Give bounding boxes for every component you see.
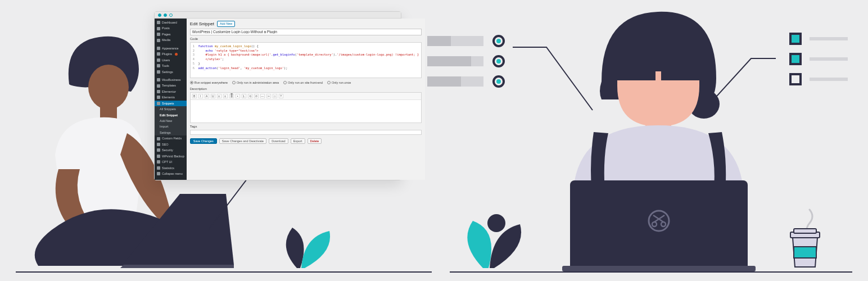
toolbar-button[interactable]: ⟲: [248, 94, 252, 98]
action-buttons: Save Changes Save Changes and Deactivate…: [190, 138, 422, 144]
checkbox-group: [789, 33, 848, 85]
sidebar-item[interactable]: Add New: [155, 118, 187, 124]
svg-rect-16: [794, 247, 816, 258]
progress-bar: [427, 76, 483, 87]
sidebar-item[interactable]: Tools: [155, 63, 187, 69]
sidebar-item-label: Templates: [162, 83, 176, 88]
wysiwyg-area[interactable]: [191, 100, 422, 123]
placeholder-line: [810, 37, 848, 40]
code-editor[interactable]: 1 function my_custom_login_logo() { 2 ec…: [190, 42, 422, 78]
toolbar-button[interactable]: □: [273, 94, 277, 98]
svg-rect-4: [661, 69, 699, 80]
placeholder-line: [810, 78, 848, 81]
sidebar-item[interactable]: CPT UI: [155, 159, 187, 165]
sidebar-item[interactable]: Users: [155, 57, 187, 63]
wp-admin-sidebar: DashboardPostsPagesMediaAppearancePlugin…: [155, 19, 187, 180]
toolbar-button[interactable]: B: [192, 94, 197, 98]
illustration-person-right: [540, 8, 776, 273]
menu-icon: [157, 155, 160, 158]
sidebar-item[interactable]: All Snippets: [155, 106, 187, 112]
sidebar-item-label: Media: [162, 37, 170, 43]
save-button[interactable]: Save Changes: [190, 138, 217, 144]
toolbar-button[interactable]: ⟳: [254, 94, 259, 98]
sidebar-item-label: CPT UI: [162, 159, 172, 165]
tags-input[interactable]: [190, 130, 422, 135]
placeholder-line: [810, 57, 848, 61]
page-title: Edit Snippet: [190, 21, 214, 26]
toolbar-button[interactable]: I: [198, 94, 203, 98]
sidebar-item-label: Settings: [160, 130, 171, 135]
sidebar-item[interactable]: Import: [155, 124, 187, 129]
sidebar-item[interactable]: Appearance: [155, 46, 187, 51]
add-new-button[interactable]: Add New: [217, 21, 235, 27]
toolbar-button[interactable]: —: [260, 94, 265, 98]
progress-bars-group: [427, 35, 505, 88]
menu-icon: [157, 160, 160, 164]
menu-icon: [157, 84, 160, 88]
scope-option[interactable]: Only run on site front-end: [283, 81, 323, 84]
description-editor[interactable]: BIAU≡≡≣•1.⟲⟳—✂□?: [190, 92, 422, 123]
scope-option[interactable]: Only run in administration area: [232, 81, 279, 84]
sidebar-item-label: Add New: [160, 118, 172, 124]
radio-big-icon: [492, 35, 505, 47]
toolbar-button[interactable]: ≣: [229, 94, 234, 98]
sidebar-item[interactable]: Media: [155, 37, 187, 43]
sidebar-item[interactable]: Templates: [155, 83, 187, 88]
sidebar-item[interactable]: Pages: [155, 31, 187, 37]
toolbar-button[interactable]: A: [205, 94, 209, 98]
sidebar-item[interactable]: Dashboard: [155, 20, 187, 25]
sidebar-item-label: Plugins: [162, 51, 172, 57]
sidebar-item-label: Import: [160, 124, 169, 129]
sidebar-item-label: Pages: [162, 31, 171, 37]
toolbar-button[interactable]: ≡: [217, 94, 221, 98]
snippet-title-input[interactable]: [190, 29, 422, 35]
toolbar-button[interactable]: ≡: [223, 94, 228, 98]
sidebar-item[interactable]: Collapse menu: [155, 171, 187, 176]
sidebar-item-label: WPvivid Backup: [162, 153, 184, 159]
download-button[interactable]: Download: [269, 138, 288, 144]
toolbar-button[interactable]: •: [236, 94, 240, 98]
scope-option[interactable]: Run snippet everywhere: [190, 81, 228, 84]
sidebar-item[interactable]: WooBusiness: [155, 77, 187, 83]
save-deactivate-button[interactable]: Save Changes and Deactivate: [219, 138, 266, 144]
coffee-cup-icon: [781, 207, 832, 271]
toolbar-button[interactable]: ✂: [266, 94, 271, 98]
sidebar-item-label: Snippets: [162, 101, 174, 106]
scope-option[interactable]: Only run once: [327, 81, 351, 84]
window-dot: [169, 13, 173, 17]
sidebar-item[interactable]: Plugins: [155, 51, 187, 57]
progress-row: [427, 55, 505, 67]
sidebar-item[interactable]: Settings: [155, 130, 187, 135]
progress-fill: [427, 76, 461, 87]
menu-icon: [157, 64, 160, 67]
code-label: Code: [190, 37, 422, 40]
scope-radio-group: Run snippet everywhereOnly run in admini…: [190, 80, 422, 85]
sidebar-item[interactable]: WPvivid Backup: [155, 153, 187, 159]
radio-icon: [190, 81, 193, 84]
svg-rect-15: [794, 229, 816, 233]
sidebar-item[interactable]: Edit Snippet: [155, 112, 187, 118]
menu-icon: [157, 166, 160, 170]
menu-icon: [157, 90, 160, 93]
window-titlebar: [155, 12, 401, 19]
sidebar-item[interactable]: SEO: [155, 142, 187, 147]
menu-icon: [157, 27, 160, 30]
update-badge: [175, 53, 178, 56]
sidebar-item[interactable]: Elementor: [155, 89, 187, 94]
radio-big-icon: [492, 55, 505, 67]
toolbar-button[interactable]: U: [211, 94, 215, 98]
sidebar-item[interactable]: Settings: [155, 69, 187, 75]
menu-icon: [157, 148, 160, 152]
sidebar-item[interactable]: Posts: [155, 25, 187, 31]
export-button[interactable]: Export: [291, 138, 305, 144]
sidebar-item[interactable]: Statistics: [155, 165, 187, 171]
sidebar-item[interactable]: Security: [155, 147, 187, 153]
delete-button[interactable]: Delete: [308, 138, 322, 144]
sidebar-item[interactable]: Snippets: [155, 101, 187, 106]
toolbar-button[interactable]: ?: [279, 94, 283, 98]
scope-option-label: Only run once: [332, 81, 351, 84]
menu-icon: [157, 70, 160, 74]
sidebar-item[interactable]: Custom Fields: [155, 135, 187, 141]
toolbar-button[interactable]: 1.: [242, 94, 246, 98]
sidebar-item[interactable]: Elements: [155, 94, 187, 100]
